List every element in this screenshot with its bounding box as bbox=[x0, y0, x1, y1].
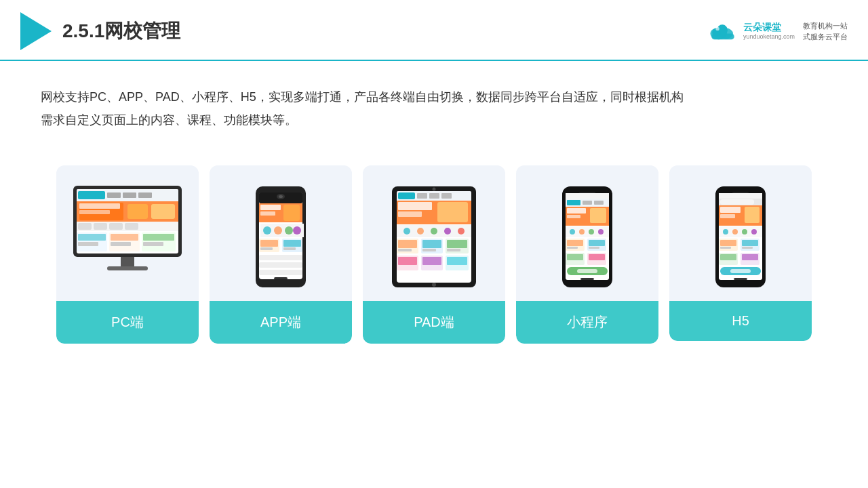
svg-rect-29 bbox=[111, 242, 131, 246]
svg-rect-122 bbox=[577, 269, 597, 273]
svg-rect-89 bbox=[422, 257, 441, 265]
app-mockup-icon bbox=[254, 184, 308, 289]
svg-rect-81 bbox=[422, 240, 441, 248]
svg-rect-58 bbox=[274, 277, 288, 279]
pad-image-area bbox=[363, 165, 505, 301]
svg-rect-33 bbox=[121, 257, 134, 266]
h5-mockup-icon bbox=[713, 184, 768, 289]
svg-rect-130 bbox=[720, 199, 754, 205]
svg-rect-42 bbox=[260, 211, 275, 216]
svg-rect-31 bbox=[143, 234, 174, 241]
svg-rect-149 bbox=[742, 254, 758, 260]
svg-point-108 bbox=[579, 229, 585, 235]
brand-url: yunduoketang.com bbox=[743, 33, 795, 41]
svg-point-137 bbox=[732, 229, 738, 235]
svg-rect-133 bbox=[720, 214, 735, 218]
header-right: 云朵课堂 yunduoketang.com 教育机构一站式服务云平台 bbox=[708, 20, 848, 43]
svg-rect-97 bbox=[566, 193, 609, 199]
svg-rect-115 bbox=[589, 240, 605, 246]
header-left: 2.5.1网校管理 bbox=[20, 12, 180, 50]
svg-rect-12 bbox=[138, 192, 152, 198]
pc-mockup-icon bbox=[70, 182, 185, 291]
svg-rect-41 bbox=[260, 205, 281, 210]
brand-text: 云朵课堂 yunduoketang.com bbox=[743, 22, 795, 41]
svg-point-46 bbox=[274, 226, 282, 235]
svg-rect-4 bbox=[711, 34, 734, 40]
svg-rect-142 bbox=[720, 247, 731, 249]
svg-rect-103 bbox=[567, 208, 586, 214]
svg-point-138 bbox=[742, 229, 747, 235]
card-pad: PAD端 bbox=[363, 165, 505, 344]
svg-rect-91 bbox=[447, 257, 467, 265]
svg-rect-53 bbox=[283, 240, 301, 247]
pc-label: PC端 bbox=[56, 301, 199, 344]
svg-rect-100 bbox=[583, 201, 592, 205]
svg-rect-26 bbox=[78, 242, 98, 246]
svg-rect-66 bbox=[441, 193, 452, 199]
card-h5: H5 bbox=[669, 165, 812, 341]
svg-rect-50 bbox=[260, 240, 278, 247]
svg-rect-51 bbox=[260, 247, 273, 250]
svg-rect-99 bbox=[567, 200, 580, 205]
pad-label: PAD端 bbox=[363, 301, 505, 344]
svg-rect-34 bbox=[107, 266, 148, 270]
svg-rect-9 bbox=[78, 191, 105, 199]
svg-rect-15 bbox=[79, 203, 120, 209]
svg-point-92 bbox=[432, 283, 436, 287]
svg-rect-113 bbox=[567, 247, 578, 249]
svg-rect-55 bbox=[259, 255, 302, 260]
app-image-area bbox=[210, 165, 352, 301]
svg-rect-25 bbox=[78, 234, 106, 241]
svg-rect-32 bbox=[143, 242, 163, 246]
svg-point-45 bbox=[263, 226, 271, 235]
description-line1: 网校支持PC、APP、PAD、小程序、H5，实现多端打通，产品各终端自由切换，数… bbox=[41, 90, 684, 104]
svg-point-61 bbox=[433, 187, 436, 190]
svg-rect-11 bbox=[123, 192, 136, 198]
svg-rect-82 bbox=[422, 249, 436, 251]
svg-rect-141 bbox=[720, 240, 736, 246]
svg-rect-85 bbox=[447, 249, 460, 251]
svg-rect-43 bbox=[283, 205, 300, 221]
description-text: 网校支持PC、APP、PAD、小程序、H5，实现多端打通，产品各终端自由切换，数… bbox=[0, 61, 868, 145]
svg-point-72 bbox=[403, 228, 410, 235]
h5-image-area bbox=[669, 165, 812, 301]
svg-point-5 bbox=[715, 27, 719, 30]
svg-rect-63 bbox=[398, 192, 415, 199]
svg-point-73 bbox=[417, 228, 424, 235]
svg-rect-123 bbox=[580, 278, 594, 280]
svg-rect-57 bbox=[259, 270, 302, 275]
svg-rect-69 bbox=[398, 211, 422, 217]
svg-rect-68 bbox=[398, 202, 432, 210]
header: 2.5.1网校管理 云朵课堂 yunduoketang.com 教育机构一站式服… bbox=[0, 0, 868, 61]
card-miniprogram: 小程序 bbox=[516, 165, 658, 344]
svg-rect-152 bbox=[734, 278, 747, 280]
svg-rect-21 bbox=[94, 223, 107, 230]
card-app: APP端 bbox=[210, 165, 352, 344]
svg-point-110 bbox=[598, 229, 604, 235]
svg-point-74 bbox=[431, 228, 437, 235]
svg-rect-144 bbox=[742, 240, 758, 246]
pc-image-area bbox=[56, 165, 199, 301]
svg-rect-23 bbox=[125, 223, 138, 230]
svg-rect-28 bbox=[111, 234, 138, 241]
svg-rect-101 bbox=[594, 201, 604, 205]
svg-rect-104 bbox=[567, 215, 580, 218]
svg-point-136 bbox=[723, 229, 728, 235]
svg-rect-79 bbox=[398, 249, 412, 251]
svg-rect-56 bbox=[259, 262, 302, 268]
svg-rect-87 bbox=[398, 257, 417, 265]
svg-rect-128 bbox=[719, 193, 762, 199]
svg-rect-16 bbox=[79, 210, 110, 214]
svg-rect-105 bbox=[590, 208, 606, 223]
svg-rect-78 bbox=[398, 240, 417, 248]
miniprogram-mockup-icon bbox=[560, 184, 614, 289]
svg-rect-65 bbox=[429, 193, 439, 199]
svg-rect-64 bbox=[417, 193, 427, 199]
cards-container: PC端 bbox=[0, 152, 868, 357]
svg-rect-22 bbox=[109, 223, 123, 230]
svg-rect-132 bbox=[720, 207, 741, 213]
svg-point-109 bbox=[589, 229, 594, 235]
svg-point-76 bbox=[458, 228, 465, 235]
page-title: 2.5.1网校管理 bbox=[62, 18, 180, 44]
brand-logo bbox=[708, 20, 738, 42]
